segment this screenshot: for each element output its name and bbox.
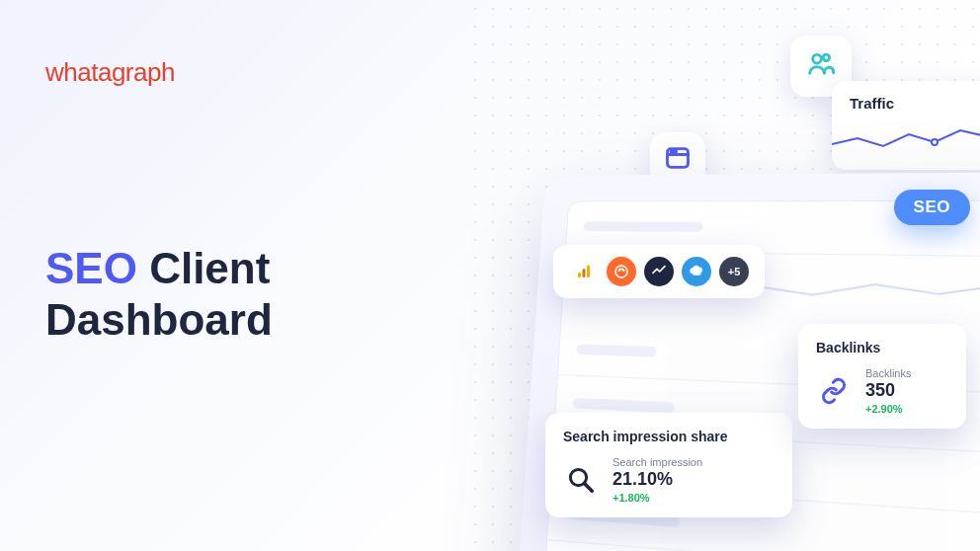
svg-rect-9 (587, 265, 590, 277)
search-impression-delta: +1.80% (612, 492, 702, 504)
heading-accent: SEO (45, 244, 137, 292)
svg-point-4 (671, 151, 673, 153)
traffic-sparkline (832, 124, 980, 160)
integration-semrush-icon[interactable] (607, 257, 636, 286)
integration-google-analytics-icon[interactable] (569, 257, 599, 286)
search-impression-title: Search impression share (563, 429, 775, 444)
integrations-row[interactable]: +5 (553, 245, 765, 298)
svg-point-5 (675, 151, 677, 153)
integration-salesforce-icon[interactable] (682, 257, 711, 286)
svg-point-1 (823, 54, 829, 60)
traffic-title: Traffic (850, 95, 980, 112)
integration-more-badge[interactable]: +5 (719, 257, 749, 286)
seo-pill[interactable]: SEO (894, 190, 970, 225)
svg-line-12 (585, 484, 593, 492)
people-icon (805, 48, 837, 84)
svg-point-6 (932, 139, 938, 145)
brand-logo: whatagraph (45, 57, 175, 88)
search-impression-card[interactable]: Search impression share Search impressio… (545, 413, 792, 517)
browser-icon (664, 144, 692, 176)
backlinks-title: Backlinks (816, 340, 948, 355)
backlinks-card[interactable]: Backlinks Backlinks 350 +2.90% (798, 324, 966, 429)
svg-rect-7 (578, 273, 581, 277)
search-impression-sub: Search impression (612, 456, 702, 468)
traffic-card[interactable]: Traffic (832, 81, 980, 170)
svg-point-10 (615, 266, 627, 277)
search-impression-value: 21.10% (612, 470, 702, 490)
backlinks-sub: Backlinks (865, 367, 911, 379)
svg-rect-8 (583, 269, 586, 277)
page-heading: SEO Client Dashboard (45, 243, 273, 346)
backlinks-delta: +2.90% (865, 403, 911, 415)
magnifier-icon (563, 462, 599, 498)
backlinks-value: 350 (865, 381, 911, 401)
integration-messenger-icon[interactable] (644, 257, 674, 286)
svg-point-0 (813, 54, 822, 63)
link-icon (816, 373, 852, 409)
